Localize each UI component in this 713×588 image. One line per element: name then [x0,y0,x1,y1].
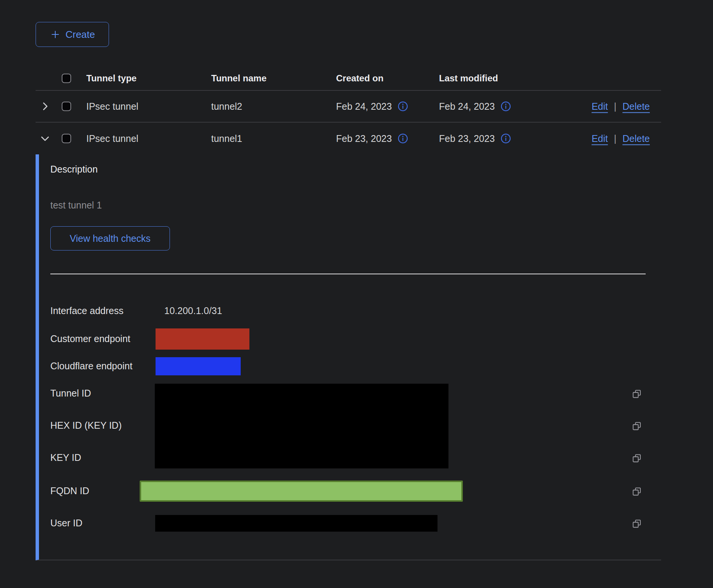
chevron-down-icon[interactable] [39,133,51,144]
created-on-cell: Feb 24, 2023 [336,101,408,112]
copy-icon[interactable] [632,518,642,529]
copy-icon[interactable] [632,453,642,463]
copy-icon[interactable] [632,486,642,496]
field-label-interface-address: Interface address [50,305,123,316]
info-icon[interactable] [398,134,408,144]
row-actions: Edit | Delete [592,101,650,112]
info-icon[interactable] [501,134,511,144]
header-created-on: Created on [336,73,383,84]
field-value-interface-address: 10.200.1.0/31 [164,305,222,316]
tunnel-name-cell: tunnel1 [211,133,242,144]
row-actions: Edit | Delete [592,133,650,144]
redacted-id-values [155,384,448,468]
create-button-label: Create [65,29,95,40]
action-separator: | [614,101,616,112]
tunnel-name-cell: tunnel2 [211,101,242,112]
field-label-hex-id: HEX ID (KEY ID) [50,420,121,431]
section-divider [50,274,646,274]
copy-icon[interactable] [632,421,642,431]
delete-link[interactable]: Delete [623,101,650,112]
delete-link[interactable]: Delete [623,133,650,144]
create-button[interactable]: Create [36,22,109,47]
last-modified-cell: Feb 24, 2023 [439,101,511,112]
select-all-checkbox[interactable] [62,74,71,83]
field-label-customer-endpoint: Customer endpoint [50,333,130,344]
info-icon[interactable] [501,101,511,112]
redacted-cloudflare-endpoint [156,357,241,375]
description-label: Description [50,164,98,175]
field-label-fqdn-id: FQDN ID [50,485,89,496]
info-icon[interactable] [398,101,408,112]
redacted-fqdn-id [140,481,463,502]
field-label-cloudflare-endpoint: Cloudflare endpoint [50,361,132,372]
copy-icon[interactable] [632,389,642,399]
created-on-cell: Feb 23, 2023 [336,133,408,144]
redacted-customer-endpoint [156,328,249,350]
table-header: Tunnel type Tunnel name Created on Last … [36,67,661,91]
tunnel-type-cell: IPsec tunnel [86,101,139,112]
created-on-date: Feb 24, 2023 [336,101,392,112]
field-label-user-id: User ID [50,518,83,529]
table-row: IPsec tunnel tunnel2 Feb 24, 2023 Feb 24… [36,91,661,123]
row-checkbox[interactable] [62,134,71,143]
header-last-modified: Last modified [439,73,498,84]
last-modified-date: Feb 24, 2023 [439,101,495,112]
row-checkbox[interactable] [62,102,71,111]
created-on-date: Feb 23, 2023 [336,133,392,144]
action-separator: | [614,133,616,144]
edit-link[interactable]: Edit [592,101,608,112]
field-label-key-id: KEY ID [50,452,81,463]
header-tunnel-type: Tunnel type [86,73,137,84]
redacted-user-id [155,515,437,532]
last-modified-cell: Feb 23, 2023 [439,133,511,144]
edit-link[interactable]: Edit [592,133,608,144]
field-label-tunnel-id: Tunnel ID [50,388,91,399]
chevron-right-icon[interactable] [39,101,51,112]
plus-icon [50,29,61,40]
tunnel-type-cell: IPsec tunnel [86,133,139,144]
expanded-row-panel: Description test tunnel 1 View health ch… [36,154,661,560]
description-value: test tunnel 1 [50,200,102,211]
last-modified-date: Feb 23, 2023 [439,133,495,144]
view-health-checks-button[interactable]: View health checks [50,226,170,250]
table-row: IPsec tunnel tunnel1 Feb 23, 2023 Feb 23… [36,123,661,154]
header-tunnel-name: Tunnel name [211,73,266,84]
tunnels-page: Create Tunnel type Tunnel name Created o… [0,0,713,588]
